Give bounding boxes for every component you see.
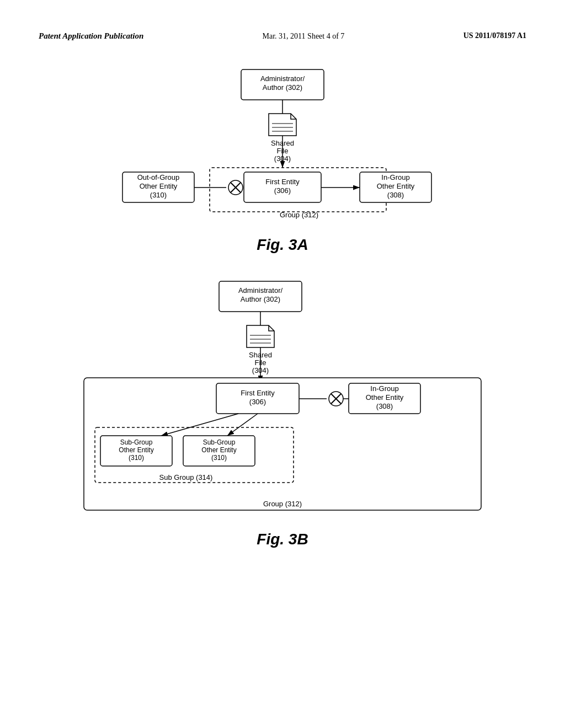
svg-text:(306): (306) [274, 186, 291, 195]
patent-number: US 2011/078197 A1 [463, 30, 526, 41]
svg-text:Other Entity: Other Entity [201, 446, 236, 454]
svg-text:Sub-Group: Sub-Group [120, 438, 153, 446]
header: Patent Application Publication Mar. 31, … [0, 0, 565, 53]
svg-text:Other Entity: Other Entity [377, 182, 415, 190]
publication-label: Patent Application Publication [39, 30, 143, 42]
svg-text:(306): (306) [249, 398, 266, 406]
svg-text:Author (302): Author (302) [241, 295, 280, 303]
fig3b-diagram: Administrator/ Author (302) Shared File … [67, 276, 498, 524]
svg-text:Other Entity: Other Entity [366, 393, 404, 402]
svg-text:First Entity: First Entity [265, 178, 300, 186]
fig3b-container: Administrator/ Author (302) Shared File … [33, 276, 532, 565]
svg-text:Administrator/: Administrator/ [238, 286, 283, 295]
svg-marker-6 [269, 114, 296, 136]
svg-text:Other Entity: Other Entity [140, 182, 178, 190]
svg-text:In-Group: In-Group [370, 384, 398, 393]
svg-text:Sub Group (314): Sub Group (314) [159, 473, 213, 481]
svg-text:Sub-Group: Sub-Group [203, 438, 236, 446]
svg-text:Other Entity: Other Entity [119, 446, 153, 454]
svg-text:(310): (310) [150, 191, 167, 199]
svg-text:Author (302): Author (302) [263, 83, 302, 92]
svg-text:(308): (308) [376, 402, 393, 410]
svg-text:First Entity: First Entity [241, 389, 275, 397]
svg-text:Group (312): Group (312) [280, 211, 318, 219]
fig3a-diagram: Administrator/ Author (302) Shared File … [89, 64, 476, 229]
diagrams-area: Administrator/ Author (302) Shared File … [0, 53, 565, 581]
fig3b-label: Fig. 3B [257, 531, 308, 548]
svg-text:(310): (310) [211, 454, 227, 462]
svg-text:(310): (310) [129, 454, 144, 462]
svg-text:(308): (308) [387, 191, 404, 199]
page: Patent Application Publication Mar. 31, … [0, 0, 565, 728]
svg-text:Group (312): Group (312) [263, 500, 302, 508]
svg-text:In-Group: In-Group [381, 173, 409, 181]
svg-text:Administrator/: Administrator/ [260, 74, 305, 83]
sheet-label: Mar. 31, 2011 Sheet 4 of 7 [263, 30, 345, 42]
svg-text:Out-of-Group: Out-of-Group [137, 173, 180, 181]
svg-marker-38 [247, 325, 274, 347]
fig3a-label: Fig. 3A [257, 236, 308, 254]
fig3a-container: Administrator/ Author (302) Shared File … [33, 64, 532, 270]
